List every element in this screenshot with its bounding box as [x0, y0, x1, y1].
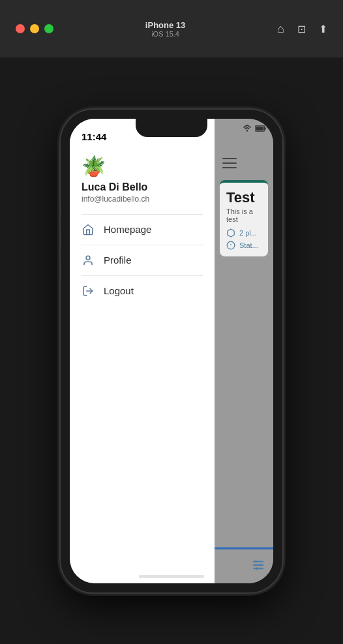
- card-stats: 2 pl... Stat...: [226, 228, 261, 250]
- home-toolbar-icon[interactable]: ⌂: [277, 22, 284, 36]
- app-status-bar-right: [243, 124, 267, 133]
- svg-rect-4: [265, 127, 266, 129]
- share-toolbar-icon[interactable]: ⬆: [319, 23, 327, 35]
- phone-screen: 11:44 🪴 Luca Di Bello info@lucadibello.c…: [70, 119, 273, 583]
- device-os: iOS 15.4: [145, 30, 185, 38]
- silent-button[interactable]: [61, 201, 61, 218]
- drawer-item-profile-label: Profile: [104, 254, 132, 266]
- logout-icon: [82, 284, 95, 298]
- toolbar-icons: ⌂ ⊡ ⬆: [277, 22, 327, 36]
- box-icon: [226, 228, 235, 238]
- svg-point-15: [260, 564, 262, 566]
- traffic-light-green[interactable]: [44, 24, 53, 33]
- app-logo: 🪴: [82, 157, 203, 176]
- user-name: Luca Di Bello: [82, 181, 203, 193]
- card-stat-2: Stat...: [226, 241, 261, 250]
- drawer-item-logout[interactable]: Logout: [70, 276, 215, 306]
- hamburger-button[interactable]: [222, 158, 265, 171]
- svg-rect-3: [256, 127, 263, 130]
- svg-rect-5: [222, 158, 237, 159]
- svg-rect-6: [222, 162, 237, 164]
- volume-down-button[interactable]: [61, 260, 61, 283]
- card-stat-1-text: 2 pl...: [239, 229, 257, 237]
- app-bottom-bar: [215, 549, 273, 583]
- phone-frame: 11:44 🪴 Luca Di Bello info@lucadibello.c…: [61, 110, 282, 592]
- status-icon: [226, 241, 235, 250]
- drawer-item-profile[interactable]: Profile: [70, 245, 215, 275]
- app-card: Test This is a test 2 pl...: [220, 180, 268, 256]
- time: 11:44: [82, 131, 106, 142]
- card-stat-1: 2 pl...: [226, 228, 261, 238]
- svg-point-14: [255, 560, 258, 562]
- svg-point-16: [256, 567, 258, 570]
- svg-rect-7: [222, 167, 237, 168]
- device-info: iPhone 13 iOS 15.4: [145, 20, 185, 38]
- app-content: Test This is a test 2 pl...: [215, 119, 273, 583]
- filter-button[interactable]: [251, 559, 265, 574]
- battery-icon: [255, 125, 267, 132]
- drawer-item-homepage-label: Homepage: [104, 224, 151, 235]
- filter-icon: [251, 559, 265, 571]
- card-stat-2-text: Stat...: [239, 241, 258, 249]
- drawer: 11:44 🪴 Luca Di Bello info@lucadibello.c…: [70, 119, 215, 583]
- user-email: info@lucadibello.ch: [82, 194, 203, 204]
- traffic-lights: [16, 24, 53, 33]
- volume-up-button[interactable]: [61, 227, 61, 251]
- drawer-item-logout-label: Logout: [104, 285, 134, 296]
- wifi-icon: [243, 124, 252, 133]
- svg-point-0: [86, 256, 90, 260]
- phone-wrapper: 11:44 🪴 Luca Di Bello info@lucadibello.c…: [61, 57, 282, 644]
- card-title: Test: [226, 189, 261, 206]
- drawer-header: 🪴 Luca Di Bello info@lucadibello.ch: [70, 147, 215, 214]
- app-header: [215, 147, 273, 176]
- notch: [136, 119, 207, 137]
- traffic-light-red[interactable]: [16, 24, 25, 33]
- card-subtitle: This is a test: [226, 207, 261, 223]
- power-button[interactable]: [282, 240, 282, 279]
- device-name: iPhone 13: [145, 20, 185, 30]
- home-indicator: [139, 575, 204, 578]
- person-icon: [82, 254, 95, 267]
- camera-toolbar-icon[interactable]: ⊡: [297, 23, 306, 35]
- hamburger-icon: [222, 158, 237, 168]
- home-icon: [82, 223, 95, 236]
- traffic-light-yellow[interactable]: [30, 24, 39, 33]
- drawer-item-homepage[interactable]: Homepage: [70, 215, 215, 245]
